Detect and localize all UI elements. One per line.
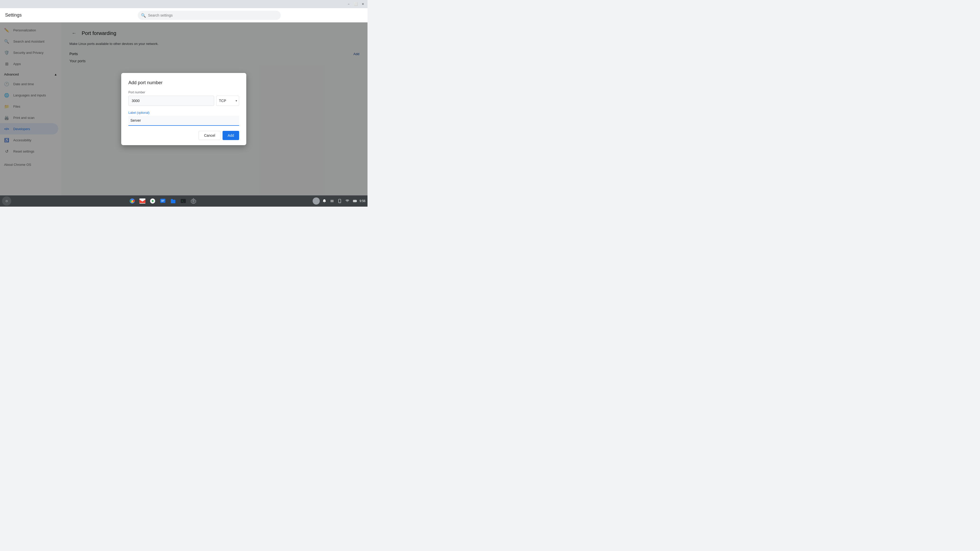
minimize-button[interactable]: − xyxy=(345,1,352,7)
wifi-icon[interactable] xyxy=(344,198,350,204)
titlebar: − ⬜ ✕ xyxy=(0,0,368,8)
svg-text:>_: >_ xyxy=(182,200,184,202)
svg-rect-16 xyxy=(353,200,356,202)
tray-icon[interactable] xyxy=(329,198,335,204)
battery-icon xyxy=(352,198,358,204)
dialog-title: Add port number xyxy=(128,80,239,86)
taskbar-apps: >_ xyxy=(13,197,313,206)
dialog-actions: Cancel Add xyxy=(128,131,239,140)
dialog-overlay: Add port number Port number TCP UDP xyxy=(0,22,368,195)
add-button[interactable]: Add xyxy=(223,131,239,140)
header: Settings 🔍 xyxy=(0,8,368,22)
search-icon: 🔍 xyxy=(141,13,146,17)
user-avatar[interactable] xyxy=(313,197,320,205)
taskbar-right: 9:56 xyxy=(313,197,366,205)
protocol-select[interactable]: TCP UDP xyxy=(216,96,239,106)
add-port-dialog: Add port number Port number TCP UDP xyxy=(121,73,246,145)
cancel-button[interactable]: Cancel xyxy=(199,131,221,140)
launcher-button[interactable]: ○ xyxy=(2,197,11,206)
taskbar-app-chrome[interactable] xyxy=(127,197,137,206)
app-title: Settings xyxy=(5,13,56,18)
svg-point-13 xyxy=(339,202,340,202)
taskbar-app-settings[interactable] xyxy=(189,197,198,206)
phone-icon[interactable] xyxy=(337,198,343,204)
label-input[interactable] xyxy=(128,116,239,126)
taskbar-app-gmail[interactable] xyxy=(138,197,147,206)
svg-marker-6 xyxy=(160,203,162,203)
close-button[interactable]: ✕ xyxy=(360,1,366,7)
svg-rect-5 xyxy=(160,199,165,203)
taskbar-app-files[interactable] xyxy=(169,197,178,206)
launcher-icon: ○ xyxy=(5,199,8,203)
port-number-row: TCP UDP xyxy=(128,96,239,106)
label-optional-label: Label (optional) xyxy=(128,111,239,114)
port-number-input[interactable] xyxy=(128,96,214,106)
search-input[interactable] xyxy=(138,11,281,20)
search-bar: 🔍 xyxy=(138,11,281,20)
taskbar-left: ○ xyxy=(2,197,13,206)
svg-rect-15 xyxy=(356,200,356,202)
port-number-field: Port number TCP UDP xyxy=(128,91,239,106)
taskbar-app-play[interactable] xyxy=(148,197,157,206)
body-layout: ✏️ Personalization 🔍 Search and Assistan… xyxy=(0,22,368,195)
taskbar-app-messages[interactable] xyxy=(158,197,167,206)
label-field: Label (optional) xyxy=(128,111,239,126)
maximize-button[interactable]: ⬜ xyxy=(352,1,360,7)
port-number-label: Port number xyxy=(128,91,239,94)
taskbar-app-terminal[interactable]: >_ xyxy=(179,197,188,206)
app-window: Settings 🔍 ✏️ Personalization 🔍 Search a… xyxy=(0,8,368,195)
protocol-select-wrap: TCP UDP xyxy=(216,96,239,106)
svg-point-11 xyxy=(192,200,194,202)
taskbar-time: 9:56 xyxy=(360,199,366,203)
taskbar: ○ xyxy=(0,195,368,206)
notifications-icon[interactable] xyxy=(321,198,328,204)
